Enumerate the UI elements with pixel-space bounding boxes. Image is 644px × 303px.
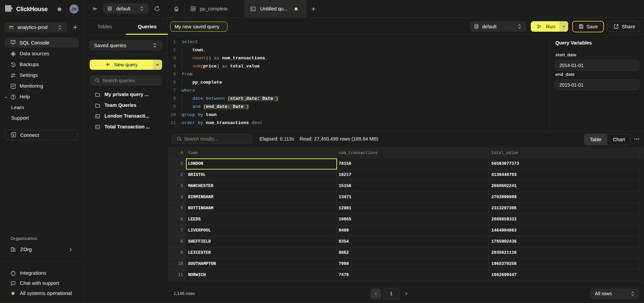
svg-text:aws: aws [9, 25, 13, 28]
